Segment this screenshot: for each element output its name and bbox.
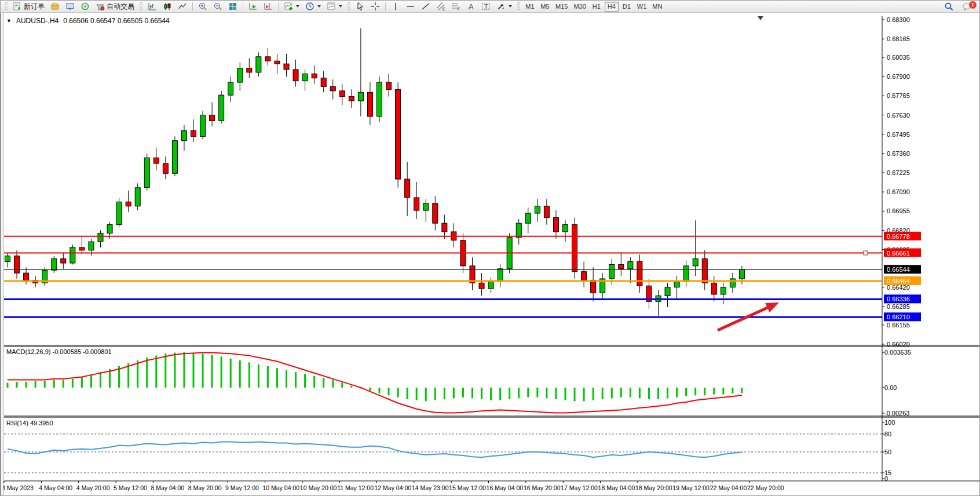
text-label-tool[interactable]: T (479, 1, 493, 12)
candle (498, 269, 503, 282)
candle (126, 202, 131, 206)
macd-bar (481, 388, 482, 399)
tab-m5[interactable]: M5 (538, 2, 552, 12)
vertical-line-tool[interactable] (389, 1, 403, 12)
time-axis-label: 17 May 12:00 (561, 484, 598, 491)
macd-bar (72, 379, 74, 388)
auto-trading-button[interactable]: 自动交易 (93, 1, 137, 12)
notifications-button[interactable]: 1 (960, 1, 975, 12)
zoom-in-button[interactable] (196, 1, 210, 12)
macd-bar (630, 388, 631, 397)
toolbar-grip[interactable] (517, 2, 520, 11)
line-chart-button[interactable] (175, 1, 189, 12)
candle (674, 282, 679, 287)
candle (591, 280, 596, 293)
fibonacci-tool[interactable]: F (449, 1, 463, 12)
tab-h1[interactable]: H1 (590, 2, 604, 12)
periods-dropdown-caret[interactable] (317, 5, 321, 8)
time-axis-label: 11 May 12:00 (337, 484, 374, 491)
arrows-tool[interactable] (494, 1, 514, 12)
macd-bar (648, 388, 650, 399)
tab-d1[interactable]: D1 (620, 2, 634, 12)
macd-bar (453, 388, 455, 398)
text-tool[interactable]: A (464, 1, 478, 12)
tab-w1[interactable]: W1 (635, 2, 649, 12)
candle (739, 269, 744, 279)
macd-bar (704, 388, 705, 395)
candle (153, 158, 159, 163)
macd-bar (202, 353, 204, 388)
tab-mn[interactable]: MN (650, 2, 664, 12)
candle (553, 217, 558, 232)
price-badge-label: 0.66336 (887, 296, 910, 302)
candle (200, 115, 206, 137)
macd-bar (388, 388, 390, 395)
indicators-button[interactable] (281, 1, 302, 12)
line-handle[interactable] (864, 251, 868, 255)
time-axis-label: 5 May 12:00 (114, 484, 147, 491)
price-badge-label: 0.66544 (887, 266, 910, 273)
indicators-dropdown-caret[interactable] (296, 5, 299, 8)
macd-bar (490, 388, 492, 400)
toolbar-grip[interactable] (5, 2, 8, 11)
search-button[interactable] (942, 1, 956, 12)
channel-tool[interactable]: E (434, 1, 448, 12)
macd-bar (620, 388, 622, 397)
new-order-label: 新订单 (24, 2, 45, 12)
templates-dropdown-caret[interactable] (339, 5, 342, 8)
macd-tick-label: 0.00 (884, 384, 897, 391)
price-tick-label: 0.67630 (887, 112, 910, 119)
templates-button[interactable] (324, 1, 345, 12)
candle (637, 262, 642, 286)
crosshair-button[interactable] (368, 1, 382, 12)
candle (693, 259, 698, 266)
macd-bar (90, 375, 92, 388)
chevron-down-icon[interactable]: ▼ (6, 18, 12, 24)
macd-bar (44, 381, 46, 388)
indicators-icon (284, 2, 293, 11)
macd-bar (509, 388, 510, 399)
time-axis-label: 22 May 04:00 (710, 484, 747, 491)
candle (721, 287, 726, 294)
chart-profile-button[interactable] (48, 1, 62, 12)
zoom-out-icon (213, 2, 222, 11)
macd-bar (230, 359, 232, 388)
toolbar-grip[interactable] (348, 2, 350, 11)
macd-bar (555, 388, 557, 399)
market-watch-button[interactable] (63, 1, 77, 12)
macd-bar (518, 388, 520, 398)
macd-bar (267, 366, 269, 388)
macd-bar (295, 372, 297, 388)
tab-m1[interactable]: M1 (523, 2, 537, 12)
horizontal-line-tool[interactable] (404, 1, 418, 12)
data-window-button[interactable] (78, 1, 92, 12)
auto-scroll-button[interactable] (246, 1, 260, 12)
candle (628, 262, 633, 269)
tab-h4[interactable]: H4 (605, 2, 619, 12)
macd-bar (527, 388, 529, 397)
macd-tick-label: 0.003635 (884, 349, 911, 356)
macd-bar (239, 360, 241, 388)
chart-canvas[interactable]: 0.683000.681650.680350.679000.677650.676… (1, 1, 980, 496)
candle (544, 206, 549, 218)
candle (98, 233, 103, 242)
candle (535, 206, 540, 213)
zoom-out-button[interactable] (211, 1, 225, 12)
candlestick-chart-button[interactable] (160, 1, 174, 12)
periods-button[interactable] (303, 1, 323, 12)
macd-bar (416, 388, 418, 400)
tile-windows-button[interactable] (226, 1, 240, 12)
monitor-icon (65, 2, 75, 11)
macd-bar (471, 388, 473, 398)
arrows-dropdown-caret[interactable] (509, 5, 512, 8)
trendline-tool[interactable] (419, 1, 433, 12)
new-order-button[interactable]: 新订单 (10, 1, 47, 12)
macd-bar (137, 360, 138, 388)
chart-shift-button[interactable] (261, 1, 275, 12)
cursor-button[interactable] (353, 1, 367, 12)
bar-chart-button[interactable] (145, 1, 159, 12)
toolbar-grip[interactable] (140, 2, 142, 11)
tab-m30[interactable]: M30 (571, 2, 588, 12)
candle (349, 97, 354, 101)
tab-m15[interactable]: M15 (553, 2, 570, 12)
